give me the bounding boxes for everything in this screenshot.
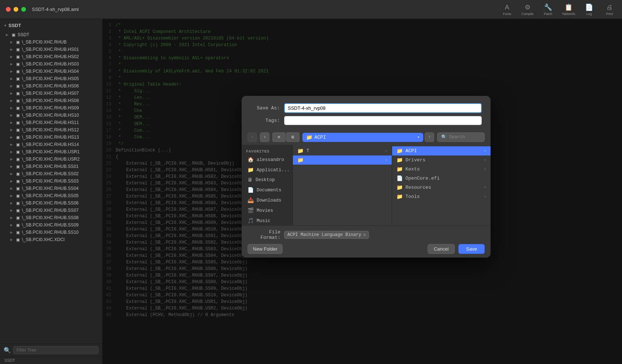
nav-back-button[interactable]: ‹ bbox=[247, 132, 257, 142]
cancel-button[interactable]: Cancel bbox=[428, 244, 455, 254]
fav-item-desktop[interactable]: 🖥 Desktop bbox=[243, 175, 291, 185]
item-label: \_SB.PCI0.XHC.RHUB.SS06 bbox=[22, 200, 99, 206]
location-up-button[interactable]: ↑ bbox=[425, 132, 434, 142]
fav-item-music[interactable]: 🎵 Music bbox=[243, 216, 291, 225]
sidebar-item-l_sb_pci0_xhc_rhub_hs14[interactable]: ▶ ▣ \_SB.PCI0.XHC.RHUB.HS14 bbox=[0, 141, 102, 148]
sidebar-item-l_sb_pci0_xhc_rhub_ss06[interactable]: ▶ ▣ \_SB.PCI0.XHC.RHUB.SS06 bbox=[0, 199, 102, 207]
file-icon: 📁 bbox=[396, 166, 403, 172]
sidebar-chevron-icon: ▾ bbox=[4, 23, 6, 27]
tags-input[interactable] bbox=[284, 116, 482, 125]
chevron-icon: ▶ bbox=[10, 157, 14, 161]
tags-label: Tags: bbox=[250, 118, 280, 123]
sidebar-item-l_sb_pci0_xhc_rhub_hs06[interactable]: ▶ ▣ \_SB.PCI0.XHC.RHUB.HS06 bbox=[0, 82, 102, 90]
file-item-t[interactable]: 📁 T › bbox=[293, 146, 392, 155]
sidebar-item-l_sb_pci0_xhc_rhub_ss10[interactable]: ▶ ▣ \_SB.PCI0.XHC.RHUB.SS10 bbox=[0, 229, 102, 236]
chevron-right-icon: › bbox=[484, 168, 486, 171]
chevron-icon: ▶ bbox=[10, 113, 14, 117]
fav-label: Documents bbox=[257, 188, 282, 193]
sidebar-item-l_sb_pci0_xhc_rhub_hs04[interactable]: ▶ ▣ \_SB.PCI0.XHC.RHUB.HS04 bbox=[0, 68, 102, 75]
file-item-tools[interactable]: 📁 Tools › bbox=[392, 192, 491, 201]
toolbar-tableinfo-button[interactable]: 📋 TableInfo bbox=[559, 0, 578, 19]
sidebar-item-l_sb_pci0_xhc_rhub_hs07[interactable]: ▶ ▣ \_SB.PCI0.XHC.RHUB.HS07 bbox=[0, 90, 102, 97]
toolbar-compile-button[interactable]: ⚙ Compile bbox=[518, 0, 537, 19]
view-list-button[interactable]: ≡ bbox=[272, 132, 286, 142]
chevron-right-icon: › bbox=[484, 195, 486, 199]
fav-item-alessandro[interactable]: 🏠 alessandro bbox=[243, 155, 291, 165]
sidebar-item-l_sb_pci0_xhc_rhub_ss08[interactable]: ▶ ▣ \_SB.PCI0.XHC.RHUB.SS08 bbox=[0, 214, 102, 221]
chevron-icon: ▶ bbox=[10, 230, 14, 234]
sidebar-item-l_sb_pci0_xhc_rhub_hs01[interactable]: ▶ ▣ \_SB.PCI0.XHC.RHUB.HS01 bbox=[0, 46, 102, 53]
minimize-button[interactable] bbox=[14, 7, 18, 12]
file-item-resources[interactable]: 📁 Resources › bbox=[392, 183, 491, 192]
toolbar-fonts-button[interactable]: A Fonts bbox=[498, 0, 517, 19]
sidebar-item-l_sb_pci0_xhc_rhub_ss01[interactable]: ▶ ▣ \_SB.PCI0.XHC.RHUB.SS01 bbox=[0, 163, 102, 170]
file-list-panel: 📁 T › 📁 › 📁 ACPI › 📁 bbox=[293, 145, 491, 225]
code-area[interactable]: 1 /* 2 * Intel ACPI Component Architectu… bbox=[103, 19, 622, 364]
sidebar-item-l_sb_pci0_xhc_rhub_hs03[interactable]: ▶ ▣ \_SB.PCI0.XHC.RHUB.HS03 bbox=[0, 60, 102, 68]
new-folder-button[interactable]: New Folder bbox=[247, 244, 283, 254]
sidebar-item-l_sb_pci0_xhc_rhub_usr2[interactable]: ▶ ▣ \_SB.PCI0.XHC.RHUB.USR2 bbox=[0, 155, 102, 163]
location-dropdown[interactable]: 📁 ACPI ▾ bbox=[302, 133, 423, 142]
fav-item-applications[interactable]: 📁 Applicati... bbox=[243, 165, 291, 175]
sidebar-item-l_sb_pci0_xhc_rhub_ss09[interactable]: ▶ ▣ \_SB.PCI0.XHC.RHUB.SS09 bbox=[0, 221, 102, 229]
maximize-button[interactable] bbox=[21, 7, 26, 12]
nav-forward-button[interactable]: › bbox=[260, 132, 269, 142]
item-icon: ▣ bbox=[16, 128, 20, 132]
sidebar-item-l_sb_pci0_xhc_rhub_ss02[interactable]: ▶ ▣ \_SB.PCI0.XHC.RHUB.SS02 bbox=[0, 170, 102, 177]
sidebar-item-l_sb_pci0_xhc_rhub_hs08[interactable]: ▶ ▣ \_SB.PCI0.XHC.RHUB.HS08 bbox=[0, 97, 102, 104]
file-item-selected[interactable]: 📁 › bbox=[293, 155, 392, 165]
item-icon: ▣ bbox=[16, 55, 20, 59]
sidebar-item-l_sb_pci0_xhc_rhub_hs11[interactable]: ▶ ▣ \_SB.PCI0.XHC.RHUB.HS11 bbox=[0, 119, 102, 126]
sidebar-item-l_sb_pci0_xhc_rhub_hs10[interactable]: ▶ ▣ \_SB.PCI0.XHC.RHUB.HS10 bbox=[0, 112, 102, 119]
file-item-acpi[interactable]: 📁 ACPI › bbox=[392, 146, 491, 155]
fav-label: Movies bbox=[257, 208, 273, 213]
main-layout: ▾ SSDT ▶ ▣ SSDT ▶ ▣ \_SB.PCI0.XHC.RHUB ▶… bbox=[0, 19, 622, 364]
item-label: \_SB.PCI0.XHC.RHUB.SS03 bbox=[22, 179, 99, 184]
sidebar-item-l_sb_pci0_xhc_rhub_hs13[interactable]: ▶ ▣ \_SB.PCI0.XHC.RHUB.HS13 bbox=[0, 134, 102, 141]
item-icon: ▣ bbox=[16, 120, 20, 125]
save-button[interactable]: Save bbox=[458, 244, 485, 254]
file-format-select[interactable]: ACPI Machine Language Binary ⊙ bbox=[284, 231, 369, 239]
sidebar-item-l_sb_pci0_xhc_rhub_ss04[interactable]: ▶ ▣ \_SB.PCI0.XHC.RHUB.SS04 bbox=[0, 185, 102, 192]
item-icon: ▣ bbox=[16, 186, 20, 191]
item-icon: ▣ bbox=[12, 33, 15, 37]
item-icon: ▣ bbox=[16, 106, 20, 110]
item-label: \_SB.PCI0.XHC.RHUB.SS01 bbox=[22, 164, 99, 169]
close-button[interactable] bbox=[6, 7, 11, 12]
sidebar-item-ssdt[interactable]: ▶ ▣ SSDT bbox=[0, 31, 102, 38]
chevron-icon: ▶ bbox=[10, 238, 14, 241]
sidebar-item-l_sb_pci0_xhc_rhub_hs09[interactable]: ▶ ▣ \_SB.PCI0.XHC.RHUB.HS09 bbox=[0, 104, 102, 112]
sidebar-item-l_sb_pci0_xhc_rhub_usr1[interactable]: ▶ ▣ \_SB.PCI0.XHC.RHUB.USR1 bbox=[0, 148, 102, 155]
save-as-input[interactable] bbox=[284, 103, 482, 113]
fav-item-movies[interactable]: 🎬 Movies bbox=[243, 206, 291, 215]
toolbar-patch-button[interactable]: 🔧 Patch bbox=[539, 0, 558, 19]
sidebar-item-l_sb_pci0_xhc_rhub_hs12[interactable]: ▶ ▣ \_SB.PCI0.XHC.RHUB.HS12 bbox=[0, 126, 102, 134]
fav-label: Desktop bbox=[256, 177, 275, 183]
view-grid-button[interactable]: ⊞ bbox=[286, 132, 299, 142]
file-item-kexts[interactable]: 📁 Kexts › bbox=[392, 165, 491, 174]
item-icon: ▣ bbox=[16, 194, 20, 198]
file-item-drivers[interactable]: 📁 Drivers › bbox=[392, 155, 491, 165]
sidebar-item-l_sb_pci0_xhc_rhub_ss07[interactable]: ▶ ▣ \_SB.PCI0.XHC.RHUB.SS07 bbox=[0, 207, 102, 214]
favorites-section-label: Favorites bbox=[242, 148, 293, 154]
fav-item-documents[interactable]: 📄 Documents bbox=[243, 185, 291, 195]
item-label: \_SB.PCI0.XHC.RHUB.HS09 bbox=[22, 105, 99, 110]
sidebar-item-l_sb_pci0_xhc_rhub_hs02[interactable]: ▶ ▣ \_SB.PCI0.XHC.RHUB.HS02 bbox=[0, 53, 102, 60]
sidebar-item-l_sb_pci0_xhc_rhub_hs05[interactable]: ▶ ▣ \_SB.PCI0.XHC.RHUB.HS05 bbox=[0, 75, 102, 82]
item-icon: ▣ bbox=[16, 40, 20, 45]
filter-input[interactable] bbox=[13, 346, 98, 354]
folder-icon: 📁 bbox=[297, 148, 303, 154]
sidebar-item-l_sb_pci0_xhc_rhub[interactable]: ▶ ▣ \_SB.PCI0.XHC.RHUB bbox=[0, 38, 102, 46]
sidebar-item-l_sb_pci0_xhc_xdci[interactable]: ▶ ▣ \_SB.PCI0.XHC.XDCI bbox=[0, 236, 102, 243]
sidebar-item-l_sb_pci0_xhc_rhub_ss03[interactable]: ▶ ▣ \_SB.PCI0.XHC.RHUB.SS03 bbox=[0, 177, 102, 185]
fav-icon: 🎬 bbox=[247, 207, 254, 214]
toolbar-print-button[interactable]: 🖨 Print bbox=[600, 0, 619, 19]
fav-item-downloads[interactable]: 📥 Downloads bbox=[243, 195, 291, 205]
item-icon: ▣ bbox=[16, 237, 20, 242]
search-bar[interactable]: 🔍 Search bbox=[437, 132, 485, 142]
dialog-top: Save As: Tags: bbox=[242, 96, 491, 130]
file-item-opencore_efi[interactable]: 📄 OpenCore.efi bbox=[392, 174, 491, 183]
sidebar-item-l_sb_pci0_xhc_rhub_ss05[interactable]: ▶ ▣ \_SB.PCI0.XHC.RHUB.SS05 bbox=[0, 192, 102, 199]
favorites-list: 🏠 alessandro 📁 Applicati... 🖥 Desktop 📄 … bbox=[242, 155, 293, 225]
toolbar-log-button[interactable]: 📄 Log bbox=[580, 0, 599, 19]
